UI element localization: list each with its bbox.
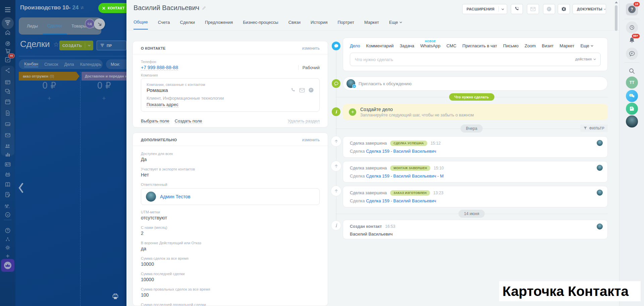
- print-icon[interactable]: [112, 293, 119, 300]
- stream-tab-comment[interactable]: Комментарий: [366, 43, 394, 48]
- tab-quotes[interactable]: Предложения: [205, 19, 233, 30]
- rail-divider: [625, 62, 639, 63]
- chat-lines-icon: [629, 51, 635, 57]
- select-field-link[interactable]: Выбрать поле: [141, 118, 169, 124]
- stream-tab-task[interactable]: Задача: [399, 43, 414, 48]
- invite-label: Пригласить к обсуждению: [359, 81, 412, 86]
- date-divider-yesterday: Вчера ФИЛЬТР: [335, 124, 608, 133]
- scrollbar-thumb[interactable]: [615, 5, 618, 31]
- messenger-icon[interactable]: [308, 87, 314, 93]
- chat-button[interactable]: [543, 4, 555, 14]
- stream-tab-visit[interactable]: Визит: [542, 43, 553, 48]
- responsible-name[interactable]: Админ Тестов: [160, 194, 191, 199]
- deal-link[interactable]: Сделка 159 - Василий Васильевич: [366, 149, 436, 154]
- avatar: [146, 192, 156, 202]
- create-activity-hint[interactable]: Создайте дело Запланируйте следующий шаг…: [343, 104, 608, 120]
- rail-divider: [625, 19, 639, 19]
- panel-scrollbar[interactable]: [614, 0, 619, 306]
- timeline-entry-install-done[interactable]: Сделка завершена МОНТАЖ ЗАВЕРШЕН 15:10 С…: [343, 161, 608, 183]
- email-button[interactable]: [527, 4, 539, 14]
- news-feed-button[interactable]: [626, 103, 638, 115]
- company-quick-actions: [290, 87, 314, 93]
- extensions-caret-icon[interactable]: [499, 8, 507, 10]
- edit-title-icon[interactable]: [202, 6, 206, 10]
- stream-tab-more[interactable]: Еще: [580, 43, 593, 48]
- stream-comments-button[interactable]: [626, 48, 638, 60]
- contact-title: Василий Васильевич: [133, 4, 206, 12]
- tab-invoices[interactable]: Счета: [158, 19, 170, 30]
- news-icon: [629, 106, 635, 111]
- search-button[interactable]: [626, 65, 638, 77]
- composer-actions[interactable]: действия: [575, 57, 596, 61]
- deal-link[interactable]: Сделка 159 - Василий Васильевич - М: [366, 173, 443, 178]
- phone-icon[interactable]: [290, 88, 296, 93]
- company-box[interactable]: Компании, связанные с контактом Ромашка …: [141, 78, 320, 112]
- documents-button[interactable]: ДОКУМЕНТЫ: [573, 4, 606, 14]
- composer-input[interactable]: [350, 53, 601, 66]
- stream-tab-sms[interactable]: СМС: [446, 43, 456, 48]
- delete-section-link[interactable]: Удалить раздел: [288, 118, 320, 124]
- stream-tab-letter[interactable]: Письмо: [503, 43, 519, 48]
- messenger-icon: [546, 6, 552, 12]
- timeline-entry-deal-success[interactable]: Сделка завершена СДЕЛКА УСПЕШНА 15:12 Сд…: [343, 136, 608, 158]
- avatar: [597, 140, 603, 146]
- user-avatar[interactable]: [626, 115, 638, 128]
- todo-pill[interactable]: Что нужно сделать: [449, 93, 494, 101]
- tab-market[interactable]: Маркет: [364, 19, 379, 30]
- close-icon: [102, 7, 105, 10]
- stream-tab-market[interactable]: Маркет: [559, 43, 574, 48]
- date-pill: Вчера: [461, 124, 483, 133]
- avatar: [597, 223, 603, 230]
- field-available: Доступен для всехДа: [141, 152, 320, 162]
- stream-tab-activity[interactable]: Дело: [350, 43, 360, 48]
- tab-deals[interactable]: Сделки: [180, 19, 195, 30]
- tab-more[interactable]: Еще: [389, 19, 402, 30]
- stream-tab-whatsapp[interactable]: НОВОЕWhatsApp: [420, 43, 440, 48]
- composer-chat-icon: [332, 42, 340, 50]
- company-info: Клиент, Информационные технологии: [147, 96, 314, 101]
- tab-general[interactable]: Общие: [133, 19, 148, 30]
- stream-filter-button[interactable]: ФИЛЬТР: [580, 124, 608, 132]
- plus-icon: [349, 108, 356, 116]
- history-button[interactable]: [626, 21, 638, 34]
- chevron-down-icon: [593, 58, 596, 60]
- tab-relations[interactable]: Связи: [288, 19, 301, 30]
- stream-tab-zoom[interactable]: Zoom: [525, 43, 536, 48]
- status-badge: СДЕЛКА УСПЕШНА: [390, 141, 427, 146]
- edit-link[interactable]: изменить: [302, 46, 320, 51]
- field-failed-total: Сумма провальных сделок за все время100: [141, 287, 320, 298]
- company-name[interactable]: Ромашка: [147, 87, 314, 93]
- mail-icon[interactable]: [299, 88, 305, 93]
- invite-discussion-row[interactable]: + Пригласить к обсуждению: [343, 76, 608, 91]
- tab-bizproc[interactable]: Бизнес-процессы: [243, 19, 278, 30]
- field-responsible-label: Ответственный: [141, 183, 320, 187]
- help-button[interactable]: ? 10: [626, 3, 638, 15]
- extensions-button[interactable]: РАСШИРЕНИЯ: [462, 4, 507, 14]
- notifications-button[interactable]: 99+: [626, 34, 638, 46]
- deal-link[interactable]: Сделка 159 - Василий Васильевич: [366, 198, 436, 203]
- messenger-button[interactable]: [626, 90, 638, 102]
- responsible-box[interactable]: Админ Тестов: [141, 188, 320, 205]
- tab-portrait[interactable]: Портрет: [337, 19, 354, 30]
- right-rail: ? 10 99+ TT: [619, 0, 644, 306]
- phone-value[interactable]: +7 999 888-88-88: [141, 65, 178, 70]
- edit-link[interactable]: изменить: [302, 138, 320, 142]
- create-field-link[interactable]: Создать поле: [175, 118, 202, 124]
- messenger-bubbles-icon: [629, 93, 635, 99]
- slider-back-arrow[interactable]: [17, 181, 25, 195]
- chevron-down-icon: [591, 45, 593, 47]
- notifications-badge: 99+: [632, 34, 640, 39]
- settings-button[interactable]: [558, 4, 570, 14]
- workgroup-avatar[interactable]: TT: [626, 76, 638, 89]
- timeline-entry-contact-created[interactable]: Создан контакт 16:53 Василий Васильевич: [343, 220, 608, 239]
- timeline-entry-order-made[interactable]: Сделка завершена ЗАКАЗ ИЗГОТОВЛЕН 13:23 …: [343, 186, 608, 207]
- phone-icon: [514, 6, 520, 12]
- phone-label: Телефон: [141, 60, 320, 64]
- call-button[interactable]: [511, 4, 523, 14]
- date-divider-june14: 14 июня: [335, 210, 608, 218]
- slider-close-button[interactable]: КОНТАКТ: [98, 3, 126, 13]
- stream-tab-invite-chat[interactable]: Пригласить в чат: [463, 43, 497, 48]
- scroll-up-icon[interactable]: [615, 1, 618, 3]
- show-address-link[interactable]: Показать адрес: [147, 102, 178, 107]
- tab-history[interactable]: История: [311, 19, 327, 30]
